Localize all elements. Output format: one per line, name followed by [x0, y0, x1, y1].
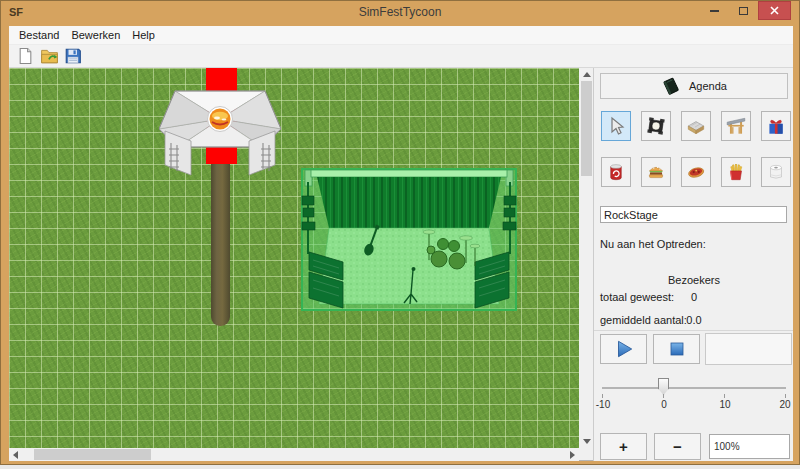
slider-tick	[602, 394, 603, 398]
total-visitors-value: 0	[674, 291, 714, 303]
tool-stage-platform[interactable]	[681, 111, 711, 141]
entrance-gate-icon	[725, 115, 747, 137]
new-file-button[interactable]	[13, 46, 37, 67]
agenda-book-icon	[661, 76, 681, 96]
french-fries-icon	[725, 161, 747, 183]
tool-gift[interactable]	[761, 111, 791, 141]
scroll-right-icon	[570, 451, 575, 459]
status-box	[705, 333, 792, 365]
now-performing-label: Nu aan het Optreden:	[600, 238, 706, 250]
tool-hamburger[interactable]	[641, 157, 671, 187]
play-button[interactable]	[600, 334, 647, 364]
tool-spotlight[interactable]	[641, 111, 671, 141]
side-panel: Agenda	[593, 68, 793, 461]
toilet-roll-icon	[765, 161, 787, 183]
horizontal-scroll-thumb[interactable]	[34, 449, 151, 460]
gift-icon	[765, 115, 787, 137]
save-icon	[64, 47, 82, 65]
stage-floor	[319, 228, 499, 304]
zoom-in-button[interactable]: +	[600, 433, 647, 460]
tool-drink-can[interactable]	[601, 157, 631, 187]
open-file-icon	[40, 47, 59, 65]
simfest-logo	[208, 107, 233, 132]
vertical-scroll-thumb[interactable]	[581, 81, 592, 176]
grass-grid[interactable]	[9, 68, 579, 448]
slider-tick	[785, 394, 786, 398]
panel-separator	[594, 330, 793, 331]
spotlight-icon	[645, 115, 667, 137]
stop-icon	[667, 339, 687, 359]
speed-slider-thumb[interactable]	[658, 378, 669, 395]
tool-pizza[interactable]	[681, 157, 711, 187]
stage-truss	[311, 170, 507, 177]
horizontal-scrollbar[interactable]	[9, 448, 579, 461]
minimize-button[interactable]	[700, 1, 729, 20]
zoom-level-input[interactable]	[709, 434, 790, 459]
slider-label-min: -10	[596, 399, 610, 410]
window-title: SimFestTycoon	[1, 5, 799, 19]
agenda-button[interactable]: Agenda	[600, 73, 788, 99]
new-file-icon	[17, 47, 34, 65]
maximize-icon	[739, 7, 748, 15]
speed-slider-track[interactable]	[602, 387, 786, 389]
minimize-icon	[710, 10, 719, 12]
scroll-down-icon	[583, 439, 591, 444]
stage-name-input[interactable]	[600, 206, 787, 223]
menu-bar: Bestand Bewerken Help	[9, 26, 793, 45]
tool-select-cursor[interactable]	[601, 111, 631, 141]
hamburger-icon	[645, 161, 667, 183]
drink-can-icon	[605, 161, 627, 183]
maximize-button[interactable]	[729, 1, 758, 20]
close-icon	[770, 6, 779, 15]
title-bar: SF SimFestTycoon	[1, 1, 799, 25]
cursor-icon	[606, 116, 626, 136]
stage-preview[interactable]	[301, 168, 517, 311]
tool-entrance-gate[interactable]	[721, 111, 751, 141]
stop-button[interactable]	[653, 334, 700, 364]
tool-toilet-roll[interactable]	[761, 157, 791, 187]
menu-bestand[interactable]: Bestand	[13, 27, 65, 43]
menu-help[interactable]: Help	[126, 27, 161, 43]
slider-label-ten: 10	[719, 399, 730, 410]
zoom-out-button[interactable]: −	[654, 433, 701, 460]
festival-canvas[interactable]	[9, 68, 593, 461]
dirt-path[interactable]	[211, 164, 230, 326]
slider-tick	[724, 394, 725, 398]
entrance-tent[interactable]	[159, 85, 281, 177]
pizza-icon	[685, 161, 707, 183]
open-file-button[interactable]	[37, 46, 61, 67]
slider-tick	[663, 394, 664, 398]
agenda-label: Agenda	[689, 80, 727, 92]
app-window: SF SimFestTycoon Bestand Bewerken Help	[0, 0, 800, 465]
vertical-scrollbar[interactable]	[580, 68, 593, 448]
main-area: Agenda	[9, 67, 793, 460]
average-visitors-value: 0.0	[674, 314, 714, 326]
scroll-right-button[interactable]	[566, 448, 579, 461]
tool-french-fries[interactable]	[721, 157, 751, 187]
toolbar	[9, 45, 793, 67]
scroll-down-button[interactable]	[580, 435, 593, 448]
scroll-up-button[interactable]	[580, 68, 593, 81]
desktop-strip	[0, 465, 800, 469]
scroll-up-icon	[583, 72, 591, 77]
menu-bewerken[interactable]: Bewerken	[65, 27, 126, 43]
save-button[interactable]	[61, 46, 85, 67]
visitors-header: Bezoekers	[644, 274, 744, 286]
slider-label-max: 20	[779, 399, 790, 410]
total-visitors-label: totaal geweest:	[600, 291, 674, 303]
slider-label-zero: 0	[661, 399, 667, 410]
scroll-left-button[interactable]	[9, 448, 22, 461]
scroll-left-icon	[13, 451, 18, 459]
close-button[interactable]	[758, 1, 791, 20]
stage-curtain	[317, 177, 501, 228]
client-area: Bestand Bewerken Help	[9, 26, 793, 461]
play-icon	[613, 338, 635, 360]
stage-platform-icon	[685, 115, 707, 137]
